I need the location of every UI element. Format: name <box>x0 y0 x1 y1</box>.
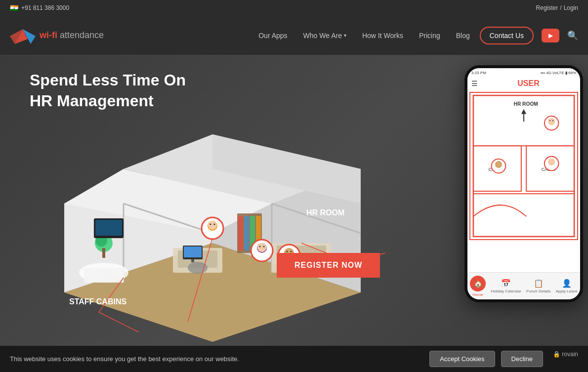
register-link[interactable]: Register <box>536 4 558 11</box>
svg-rect-23 <box>184 247 202 257</box>
logo-attendance: attendance <box>57 30 104 40</box>
label-staff-cabins: STAFF CABINS <box>69 297 126 306</box>
floor-plan-svg: HR ROOM CABIN CABIN <box>470 93 577 239</box>
svg-rect-30 <box>244 216 249 250</box>
svg-point-68 <box>495 161 502 168</box>
label-hr-room: HR ROOM <box>306 208 344 217</box>
svg-rect-21 <box>102 248 105 258</box>
youtube-icon[interactable] <box>542 29 559 42</box>
svg-point-70 <box>548 159 555 165</box>
phone-time: 3:23 PM <box>471 71 486 75</box>
accept-cookies-button[interactable]: Accept Cookies <box>429 351 495 367</box>
top-bar-left: 🇮🇳 +91 811 386 3000 <box>10 4 69 12</box>
svg-marker-56 <box>521 109 526 114</box>
search-icon[interactable]: 🔍 <box>567 30 578 41</box>
headline-line1: Spend Less Time On <box>30 70 186 91</box>
rovain-logo: 🔒 rovain <box>553 351 578 367</box>
svg-rect-62 <box>473 194 574 237</box>
contact-us-button[interactable]: Contact Us <box>480 27 534 44</box>
svg-point-44 <box>263 246 265 248</box>
cookie-buttons: Accept Cookies Decline 🔒 rovain <box>429 351 578 367</box>
logo-brand: wi-fi attendance <box>40 30 104 41</box>
svg-point-25 <box>188 262 208 274</box>
hero-section: Spend Less Time On HR Management <box>0 55 588 372</box>
svg-rect-57 <box>523 114 524 122</box>
svg-rect-29 <box>238 216 243 250</box>
svg-point-39 <box>208 221 217 230</box>
phone-mockup: 3:23 PM ▪▪▪ 4G VoLTE ▮ 68% ☰ USER <box>464 65 583 312</box>
home-icon: 🏠 <box>470 276 486 291</box>
phone-screen: 3:23 PM ▪▪▪ 4G VoLTE ▮ 68% ☰ USER <box>467 68 580 299</box>
phone-nav-leave[interactable]: 👤 Apply Leave <box>556 279 578 293</box>
office-svg <box>25 105 400 342</box>
nav-pricing[interactable]: Pricing <box>413 28 446 43</box>
logo-icon <box>10 25 36 46</box>
nav-who-we-are[interactable]: Who We Are ▾ <box>297 28 352 43</box>
cookie-bar: This website uses cookies to ensure you … <box>0 346 588 372</box>
phone-status-bar: 3:23 PM ▪▪▪ 4G VoLTE ▮ 68% <box>467 68 580 77</box>
svg-point-42 <box>257 243 266 252</box>
register-now-button[interactable]: REGISTER NOW <box>277 253 380 278</box>
phone-bottom-nav: 🏠 Home 📅 Holiday Calendar 📋 Punch Detail… <box>467 272 580 299</box>
svg-point-46 <box>287 251 288 252</box>
svg-rect-27 <box>95 220 122 236</box>
hamburger-icon[interactable]: ☰ <box>471 80 478 87</box>
logo[interactable]: wi-fi attendance <box>10 25 104 46</box>
navbar: wi-fi attendance Our Apps Who We Are ▾ H… <box>0 16 588 55</box>
svg-point-66 <box>552 120 553 121</box>
phone-app-title: USER <box>481 79 576 88</box>
top-bar: 🇮🇳 +91 811 386 3000 Register / Login <box>0 0 588 16</box>
nav-how-it-works[interactable]: How It Works <box>356 28 409 43</box>
svg-point-40 <box>210 224 211 225</box>
logo-wifi: wi-fi <box>40 30 57 40</box>
phone-floor-plan: HR ROOM CABIN CABIN <box>469 92 578 240</box>
nav-blog[interactable]: Blog <box>450 28 476 43</box>
office-illustration <box>25 105 400 342</box>
cookie-text: This website uses cookies to ensure you … <box>10 355 239 363</box>
decline-cookies-button[interactable]: Decline <box>501 351 543 367</box>
phone-nav-leave-label: Apply Leave <box>556 289 578 293</box>
svg-point-47 <box>291 251 292 252</box>
punch-icon: 📋 <box>534 279 544 288</box>
top-bar-right: Register / Login <box>536 4 578 11</box>
phone-nav-punch-label: Punch Details <box>526 289 550 293</box>
chevron-down-icon: ▾ <box>344 33 346 38</box>
svg-rect-24 <box>191 259 194 262</box>
calendar-icon: 📅 <box>501 279 511 288</box>
separator: / <box>560 4 561 11</box>
login-link[interactable]: Login <box>564 4 578 11</box>
phone-number: +91 811 386 3000 <box>21 4 69 11</box>
svg-text:HR ROOM: HR ROOM <box>514 101 538 107</box>
phone-body: 3:23 PM ▪▪▪ 4G VoLTE ▮ 68% ☰ USER <box>464 65 583 302</box>
phone-nav-home[interactable]: 🏠 Home <box>470 276 486 297</box>
svg-point-41 <box>214 224 215 225</box>
phone-nav-calendar[interactable]: 📅 Holiday Calendar <box>491 279 521 293</box>
phone-nav-calendar-label: Holiday Calendar <box>491 289 521 293</box>
svg-rect-14 <box>84 268 124 283</box>
nav-links: Our Apps Who We Are ▾ How It Works Prici… <box>252 27 578 44</box>
india-flag-icon: 🇮🇳 <box>10 4 18 12</box>
nav-our-apps[interactable]: Our Apps <box>252 28 293 43</box>
headline-line2: HR Management <box>30 91 186 112</box>
phone-nav-punch[interactable]: 📋 Punch Details <box>526 279 550 293</box>
phone-app-header: ☰ USER <box>467 77 580 90</box>
phone-nav-home-label: Home <box>472 292 483 297</box>
svg-point-64 <box>548 118 555 125</box>
hero-headline: Spend Less Time On HR Management <box>30 70 186 111</box>
svg-point-65 <box>549 120 550 121</box>
leave-icon: 👤 <box>562 279 572 288</box>
phone-signal: ▪▪▪ 4G VoLTE ▮ 68% <box>541 71 576 75</box>
svg-point-43 <box>259 246 261 248</box>
